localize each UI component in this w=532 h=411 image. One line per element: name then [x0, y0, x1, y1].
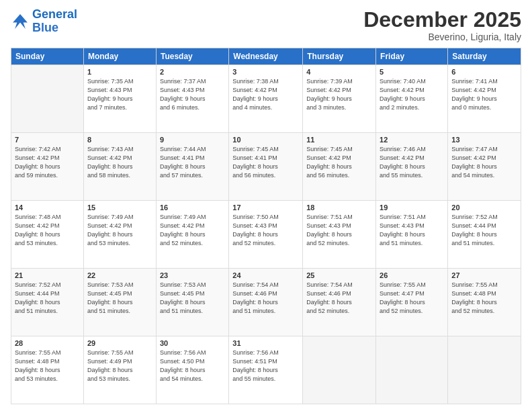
logo-icon — [11, 12, 30, 31]
svg-marker-0 — [13, 14, 28, 29]
day-info: Sunrise: 7:51 AM Sunset: 4:43 PM Dayligh… — [380, 213, 444, 248]
day-number: 22 — [87, 271, 152, 279]
logo-text: General Blue — [32, 8, 77, 35]
day-info: Sunrise: 7:48 AM Sunset: 4:42 PM Dayligh… — [15, 213, 80, 248]
day-info: Sunrise: 7:52 AM Sunset: 4:44 PM Dayligh… — [451, 213, 517, 248]
day-number: 21 — [15, 271, 80, 279]
day-info: Sunrise: 7:44 AM Sunset: 4:41 PM Dayligh… — [160, 145, 225, 180]
day-cell: 21Sunrise: 7:52 AM Sunset: 4:44 PM Dayli… — [11, 269, 84, 336]
day-number: 3 — [232, 68, 299, 76]
day-number: 1 — [87, 68, 152, 76]
header: General Blue December 2025 Beverino, Lig… — [11, 8, 521, 42]
day-cell: 2Sunrise: 7:37 AM Sunset: 4:43 PM Daylig… — [156, 65, 228, 133]
day-cell: 6Sunrise: 7:41 AM Sunset: 4:42 PM Daylig… — [448, 65, 521, 133]
day-number: 19 — [380, 203, 444, 212]
day-info: Sunrise: 7:47 AM Sunset: 4:42 PM Dayligh… — [451, 145, 517, 180]
day-info: Sunrise: 7:50 AM Sunset: 4:43 PM Dayligh… — [232, 213, 299, 248]
day-number: 29 — [87, 339, 152, 347]
day-number: 24 — [232, 271, 299, 279]
day-number: 4 — [306, 68, 372, 76]
day-number: 14 — [15, 203, 80, 212]
day-info: Sunrise: 7:41 AM Sunset: 4:42 PM Dayligh… — [451, 77, 517, 112]
day-cell: 22Sunrise: 7:53 AM Sunset: 4:45 PM Dayli… — [83, 269, 156, 336]
day-info: Sunrise: 7:42 AM Sunset: 4:42 PM Dayligh… — [15, 145, 80, 180]
day-number: 5 — [380, 68, 444, 76]
page: General Blue December 2025 Beverino, Lig… — [0, 0, 532, 411]
day-number: 28 — [15, 339, 80, 347]
day-cell: 18Sunrise: 7:51 AM Sunset: 4:43 PM Dayli… — [303, 201, 376, 269]
day-number: 13 — [451, 136, 517, 144]
day-info: Sunrise: 7:55 AM Sunset: 4:49 PM Dayligh… — [87, 349, 152, 383]
day-info: Sunrise: 7:40 AM Sunset: 4:42 PM Dayligh… — [380, 77, 444, 112]
day-cell — [11, 65, 84, 133]
col-sunday: Sunday — [11, 48, 84, 65]
col-thursday: Thursday — [303, 48, 376, 65]
day-cell: 13Sunrise: 7:47 AM Sunset: 4:42 PM Dayli… — [448, 133, 521, 201]
day-number: 30 — [160, 339, 225, 347]
week-row-4: 21Sunrise: 7:52 AM Sunset: 4:44 PM Dayli… — [11, 269, 521, 336]
col-monday: Monday — [83, 48, 156, 65]
day-cell: 16Sunrise: 7:49 AM Sunset: 4:42 PM Dayli… — [156, 201, 228, 269]
day-info: Sunrise: 7:37 AM Sunset: 4:43 PM Dayligh… — [160, 77, 225, 112]
day-info: Sunrise: 7:43 AM Sunset: 4:42 PM Dayligh… — [87, 145, 152, 180]
month-title: December 2025 — [363, 8, 521, 32]
col-tuesday: Tuesday — [156, 48, 228, 65]
day-number: 16 — [160, 203, 225, 212]
day-number: 23 — [160, 271, 225, 279]
day-number: 7 — [15, 136, 80, 144]
day-number: 9 — [160, 136, 225, 144]
day-info: Sunrise: 7:52 AM Sunset: 4:44 PM Dayligh… — [15, 281, 80, 316]
day-cell: 1Sunrise: 7:35 AM Sunset: 4:43 PM Daylig… — [83, 65, 156, 133]
week-row-2: 7Sunrise: 7:42 AM Sunset: 4:42 PM Daylig… — [11, 133, 521, 201]
day-cell: 14Sunrise: 7:48 AM Sunset: 4:42 PM Dayli… — [11, 201, 84, 269]
day-number: 10 — [232, 136, 299, 144]
day-number: 31 — [232, 339, 299, 347]
day-info: Sunrise: 7:55 AM Sunset: 4:48 PM Dayligh… — [451, 281, 517, 316]
day-cell: 9Sunrise: 7:44 AM Sunset: 4:41 PM Daylig… — [156, 133, 228, 201]
day-cell: 7Sunrise: 7:42 AM Sunset: 4:42 PM Daylig… — [11, 133, 84, 201]
day-cell: 30Sunrise: 7:56 AM Sunset: 4:50 PM Dayli… — [156, 336, 228, 404]
day-cell — [448, 336, 521, 404]
day-number: 20 — [451, 203, 517, 212]
day-number: 15 — [87, 203, 152, 212]
day-info: Sunrise: 7:54 AM Sunset: 4:46 PM Dayligh… — [306, 281, 372, 316]
calendar-table: Sunday Monday Tuesday Wednesday Thursday… — [11, 48, 521, 404]
day-info: Sunrise: 7:56 AM Sunset: 4:50 PM Dayligh… — [160, 349, 225, 383]
day-info: Sunrise: 7:39 AM Sunset: 4:42 PM Dayligh… — [306, 77, 372, 112]
day-cell: 23Sunrise: 7:53 AM Sunset: 4:45 PM Dayli… — [156, 269, 228, 336]
day-cell — [376, 336, 448, 404]
day-cell: 25Sunrise: 7:54 AM Sunset: 4:46 PM Dayli… — [303, 269, 376, 336]
day-cell: 12Sunrise: 7:46 AM Sunset: 4:42 PM Dayli… — [376, 133, 448, 201]
week-row-1: 1Sunrise: 7:35 AM Sunset: 4:43 PM Daylig… — [11, 65, 521, 133]
header-row: Sunday Monday Tuesday Wednesday Thursday… — [11, 48, 521, 65]
day-number: 27 — [451, 271, 517, 279]
day-info: Sunrise: 7:45 AM Sunset: 4:41 PM Dayligh… — [232, 145, 299, 180]
day-cell: 10Sunrise: 7:45 AM Sunset: 4:41 PM Dayli… — [229, 133, 303, 201]
title-area: December 2025 Beverino, Liguria, Italy — [363, 8, 521, 42]
day-cell: 28Sunrise: 7:55 AM Sunset: 4:48 PM Dayli… — [11, 336, 84, 404]
day-info: Sunrise: 7:38 AM Sunset: 4:42 PM Dayligh… — [232, 77, 299, 112]
day-number: 26 — [380, 271, 444, 279]
day-cell: 4Sunrise: 7:39 AM Sunset: 4:42 PM Daylig… — [303, 65, 376, 133]
col-wednesday: Wednesday — [229, 48, 303, 65]
day-cell: 29Sunrise: 7:55 AM Sunset: 4:49 PM Dayli… — [83, 336, 156, 404]
col-friday: Friday — [376, 48, 448, 65]
day-number: 12 — [380, 136, 444, 144]
location: Beverino, Liguria, Italy — [363, 32, 521, 42]
day-number: 8 — [87, 136, 152, 144]
day-cell: 8Sunrise: 7:43 AM Sunset: 4:42 PM Daylig… — [83, 133, 156, 201]
day-info: Sunrise: 7:53 AM Sunset: 4:45 PM Dayligh… — [160, 281, 225, 316]
day-number: 2 — [160, 68, 225, 76]
logo: General Blue — [11, 8, 77, 35]
day-info: Sunrise: 7:53 AM Sunset: 4:45 PM Dayligh… — [87, 281, 152, 316]
day-cell: 3Sunrise: 7:38 AM Sunset: 4:42 PM Daylig… — [229, 65, 303, 133]
day-cell: 17Sunrise: 7:50 AM Sunset: 4:43 PM Dayli… — [229, 201, 303, 269]
col-saturday: Saturday — [448, 48, 521, 65]
day-info: Sunrise: 7:56 AM Sunset: 4:51 PM Dayligh… — [232, 349, 299, 383]
day-cell — [303, 336, 376, 404]
day-cell: 31Sunrise: 7:56 AM Sunset: 4:51 PM Dayli… — [229, 336, 303, 404]
day-info: Sunrise: 7:49 AM Sunset: 4:42 PM Dayligh… — [160, 213, 225, 248]
day-info: Sunrise: 7:55 AM Sunset: 4:48 PM Dayligh… — [15, 349, 80, 383]
day-cell: 27Sunrise: 7:55 AM Sunset: 4:48 PM Dayli… — [448, 269, 521, 336]
week-row-3: 14Sunrise: 7:48 AM Sunset: 4:42 PM Dayli… — [11, 201, 521, 269]
